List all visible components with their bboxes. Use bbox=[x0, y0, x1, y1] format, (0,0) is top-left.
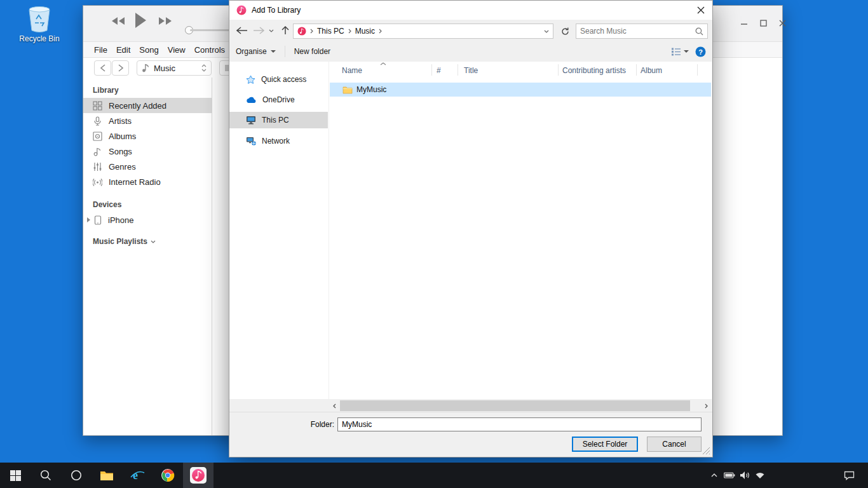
close-icon bbox=[697, 6, 705, 14]
chrome-button[interactable] bbox=[153, 463, 183, 488]
music-playlists-heading[interactable]: Music Playlists bbox=[83, 235, 212, 249]
column-divider bbox=[558, 64, 559, 76]
chevron-up-icon bbox=[711, 473, 717, 477]
chevron-down-icon bbox=[271, 50, 276, 53]
play-button[interactable] bbox=[134, 12, 147, 29]
breadcrumb-this-pc[interactable]: This PC bbox=[317, 27, 344, 36]
cortana-button[interactable] bbox=[61, 463, 92, 488]
cancel-button[interactable]: Cancel bbox=[647, 437, 702, 452]
recent-locations-chevron-icon[interactable] bbox=[266, 23, 276, 38]
menu-view[interactable]: View bbox=[168, 45, 186, 55]
close-button[interactable] bbox=[775, 16, 790, 30]
chevron-down-icon bbox=[151, 240, 156, 243]
sidebar-item-albums[interactable]: Albums bbox=[83, 128, 212, 144]
itunes-taskbar-button[interactable] bbox=[183, 463, 214, 488]
network-tray-icon[interactable] bbox=[752, 463, 768, 488]
horizontal-scrollbar[interactable] bbox=[329, 400, 712, 411]
sidebar-item-genres[interactable]: Genres bbox=[83, 159, 212, 174]
search-icon[interactable] bbox=[695, 27, 703, 36]
action-center-button[interactable] bbox=[836, 463, 862, 488]
nav-item-label: This PC bbox=[262, 116, 289, 125]
add-to-library-dialog: Add To Library bbox=[229, 0, 713, 458]
sidebar-item-label: Albums bbox=[109, 132, 136, 141]
maximize-button[interactable] bbox=[756, 16, 771, 30]
scroll-right-arrow-icon[interactable] bbox=[701, 400, 712, 411]
menu-edit[interactable]: Edit bbox=[116, 45, 130, 55]
minimize-button[interactable] bbox=[736, 16, 752, 30]
itunes-sidebar: Library Recently Added Artists bbox=[83, 78, 212, 435]
sidebar-item-artists[interactable]: Artists bbox=[83, 113, 212, 128]
up-button[interactable] bbox=[278, 23, 293, 38]
column-header-album[interactable]: Album bbox=[641, 63, 662, 78]
nav-item-network[interactable]: Network bbox=[229, 133, 328, 149]
rewind-button[interactable] bbox=[111, 17, 125, 25]
itunes-back-button[interactable] bbox=[94, 60, 111, 76]
start-button[interactable] bbox=[0, 463, 31, 488]
breadcrumb-music[interactable]: Music bbox=[355, 27, 375, 36]
folder-name-input[interactable] bbox=[337, 417, 702, 431]
dialog-title: Add To Library bbox=[252, 6, 301, 15]
computer-icon bbox=[246, 116, 256, 125]
menu-song[interactable]: Song bbox=[139, 45, 158, 55]
file-row-mymusic[interactable]: MyMusic bbox=[330, 83, 711, 97]
scrollbar-thumb[interactable] bbox=[340, 400, 690, 411]
expander-icon[interactable] bbox=[87, 217, 90, 222]
organise-button[interactable]: Organise bbox=[229, 42, 282, 61]
recycle-bin-icon bbox=[25, 4, 54, 33]
change-view-button[interactable] bbox=[671, 47, 689, 56]
back-button[interactable] bbox=[234, 23, 250, 38]
address-bar[interactable]: This PC Music bbox=[293, 24, 553, 39]
star-icon bbox=[246, 75, 255, 85]
forward-button[interactable] bbox=[251, 23, 266, 38]
sidebar-item-label: Artists bbox=[109, 116, 132, 126]
battery-tray-icon[interactable] bbox=[722, 463, 737, 488]
devices-heading: Devices bbox=[83, 198, 212, 212]
nav-item-label: Network bbox=[262, 137, 290, 146]
address-dropdown-chevron-icon[interactable] bbox=[544, 30, 549, 33]
column-header-name[interactable]: Name bbox=[342, 63, 362, 78]
library-heading: Library bbox=[83, 84, 212, 98]
column-header-contributing-artists[interactable]: Contributing artists bbox=[562, 63, 626, 78]
sidebar-item-iphone[interactable]: iPhone bbox=[83, 212, 212, 227]
fast-forward-button[interactable] bbox=[158, 17, 172, 25]
cloud-icon bbox=[246, 96, 257, 104]
sidebar-item-songs[interactable]: Songs bbox=[83, 144, 212, 159]
refresh-icon bbox=[561, 27, 569, 36]
help-glyph: ? bbox=[698, 48, 703, 55]
microphone-icon bbox=[93, 116, 102, 126]
itunes-icon bbox=[190, 467, 207, 484]
sidebar-item-recently-added[interactable]: Recently Added bbox=[83, 98, 212, 113]
nav-item-this-pc[interactable]: This PC bbox=[229, 112, 328, 128]
column-header-title[interactable]: Title bbox=[464, 63, 478, 78]
menu-controls[interactable]: Controls bbox=[194, 45, 225, 55]
recycle-bin-shortcut[interactable]: Recycle Bin bbox=[15, 4, 64, 43]
volume-tray-icon[interactable] bbox=[737, 463, 752, 488]
column-header-number[interactable]: # bbox=[437, 63, 441, 78]
search-input[interactable] bbox=[576, 27, 695, 36]
album-icon bbox=[93, 132, 102, 141]
select-folder-button[interactable]: Select Folder bbox=[572, 437, 638, 452]
media-type-selector[interactable]: Music bbox=[137, 60, 212, 76]
taskbar-search-button[interactable] bbox=[31, 463, 61, 488]
dialog-nav-pane: Quick access OneDrive This PC bbox=[229, 62, 329, 399]
nav-item-onedrive[interactable]: OneDrive bbox=[229, 92, 328, 108]
sort-ascending-icon bbox=[380, 62, 386, 65]
sidebar-item-label: Genres bbox=[109, 162, 136, 172]
show-hidden-icons-button[interactable] bbox=[707, 463, 722, 488]
internet-explorer-button[interactable]: e bbox=[122, 463, 153, 488]
nav-item-quick-access[interactable]: Quick access bbox=[229, 71, 328, 88]
file-explorer-button[interactable] bbox=[92, 463, 122, 488]
resize-grip[interactable] bbox=[702, 447, 710, 455]
scroll-left-arrow-icon[interactable] bbox=[329, 400, 340, 411]
refresh-button[interactable] bbox=[558, 24, 572, 39]
dialog-close-button[interactable] bbox=[689, 1, 712, 20]
itunes-forward-button[interactable] bbox=[112, 60, 129, 76]
menu-file[interactable]: File bbox=[94, 45, 107, 55]
help-button[interactable]: ? bbox=[695, 46, 706, 57]
sidebar-item-label: Internet Radio bbox=[109, 177, 161, 187]
volume-slider[interactable] bbox=[190, 29, 229, 31]
sidebar-item-label: Recently Added bbox=[109, 101, 166, 111]
sidebar-item-internet-radio[interactable]: Internet Radio bbox=[83, 174, 212, 189]
folder-icon bbox=[342, 86, 353, 94]
new-folder-button[interactable]: New folder bbox=[288, 42, 337, 61]
